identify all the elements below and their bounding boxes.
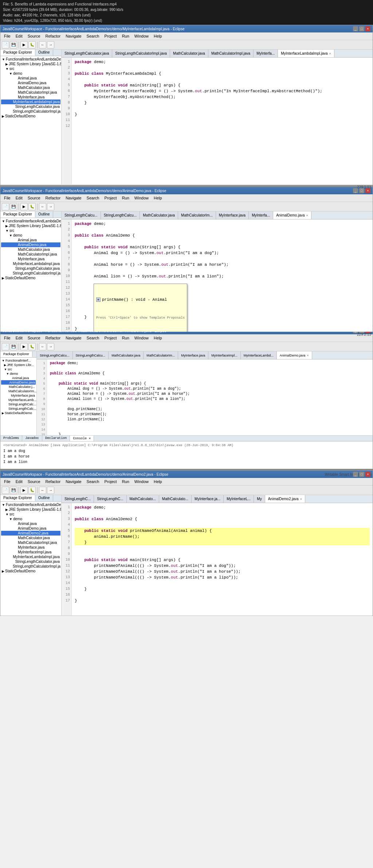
editor-tab-mil-4[interactable]: MyInterfaceL...: [224, 495, 254, 503]
tab-package-explorer-1[interactable]: Package Explorer: [0, 50, 35, 56]
menu-run-2[interactable]: Run: [120, 195, 131, 201]
editor-tab-mathcalc-1[interactable]: MathCalculator.java: [170, 50, 208, 57]
tree-item-demo-4[interactable]: ▼ demo: [1, 517, 60, 521]
code-editor-3[interactable]: 123456789101112131415161718192021 packag…: [37, 359, 373, 435]
minimize-btn-2[interactable]: _: [353, 188, 358, 193]
menu-navigate-4[interactable]: Navigate: [63, 479, 83, 484]
console-tab-javadoc[interactable]: Javadoc: [22, 436, 42, 441]
code-editor-2[interactable]: 12345678910111213141516171819 package de…: [62, 219, 373, 332]
tree-item-src-1[interactable]: ▼ src: [1, 66, 60, 71]
maximize-btn-2[interactable]: □: [359, 188, 364, 193]
close-btn-4[interactable]: ×: [365, 472, 370, 477]
editor-tab-mi-4[interactable]: MyInterface.ja...: [192, 495, 224, 503]
code-content-2[interactable]: package demo; public class AnimalDemo { …: [72, 219, 373, 332]
minimize-btn-4[interactable]: _: [353, 472, 358, 477]
tree-item-demo-1[interactable]: ▼ demo: [1, 71, 60, 76]
tree-item-demo-2[interactable]: ▼ demo: [1, 233, 60, 238]
toolbar-run-2[interactable]: ▶: [20, 203, 28, 210]
menu-help-4[interactable]: Help: [152, 479, 164, 484]
menu-source-1[interactable]: Source: [25, 33, 43, 39]
tree-item-mathcalcimpl-2[interactable]: MathCalculatorImpl.java: [1, 252, 60, 257]
menu-edit-1[interactable]: Edit: [13, 33, 25, 39]
tree-item-mathcalc-1[interactable]: MathCalculator.java: [1, 85, 60, 90]
tree-item-src-4[interactable]: ▼ src: [1, 512, 60, 517]
menu-refactor-3[interactable]: Refactor: [43, 335, 63, 341]
toolbar-new-2[interactable]: 📄: [2, 203, 9, 210]
tree-item-myinterfacelambda-4[interactable]: MyInterfaceLambdaImpl.java: [1, 554, 60, 559]
toolbar-fwd-1[interactable]: →: [47, 41, 54, 48]
editor-tab-ad2-4[interactable]: AnimalDemo2.java ×: [265, 495, 305, 503]
toolbar-back-3[interactable]: ←: [39, 343, 46, 350]
toolbar-fwd-2[interactable]: →: [47, 203, 54, 210]
tree-item-animal-2[interactable]: Animal.java: [1, 238, 60, 242]
tree-item-myinterface-3[interactable]: MyInterface.java: [1, 393, 36, 398]
tree-item-animaldemo-1[interactable]: AnimalDemo.java: [1, 81, 60, 85]
menu-source-4[interactable]: Source: [25, 479, 43, 484]
console-tab-console[interactable]: Console ✕: [70, 436, 94, 441]
tree-item-animal-3[interactable]: Animal.java: [1, 376, 36, 380]
code-content-4[interactable]: package demo; public class AnimalDemo2 {…: [72, 503, 373, 615]
menu-search-3[interactable]: Search: [85, 335, 102, 341]
toolbar-save-3[interactable]: 💾: [10, 343, 17, 350]
tree-item-myinterfacelambda-2[interactable]: MyInterfaceLambdaImpl.java: [1, 261, 60, 266]
editor-tab-mc-4[interactable]: MathCalculato...: [127, 495, 159, 503]
tree-item-mathcalc-3[interactable]: MathCalculator.j...: [1, 385, 36, 389]
menu-run-3[interactable]: Run: [120, 335, 131, 341]
tree-item-myinterfacelambda-3[interactable]: MyInterfaceLamb...: [1, 398, 36, 402]
tree-item-myinterfaceimpl-4[interactable]: MyInterfaceImpl.java: [1, 550, 60, 554]
menu-project-2[interactable]: Project: [102, 195, 119, 201]
tab-outline-2[interactable]: Outline: [35, 211, 53, 218]
tree-item-project-2[interactable]: ▼ FunctionalInterfaceAndLambdaDemo: [1, 219, 60, 223]
menu-file-1[interactable]: File: [2, 33, 13, 39]
menu-project-1[interactable]: Project: [102, 33, 119, 39]
tree-item-stringcalcimpl-1[interactable]: StringLengthCalculatorImpl.ja: [1, 109, 60, 114]
tab-package-explorer-3[interactable]: Package Explorer: [0, 351, 32, 357]
minimize-btn-1[interactable]: _: [353, 26, 358, 31]
menu-search-4[interactable]: Search: [85, 479, 102, 484]
editor-tab-mci-4[interactable]: MathCalculato...: [159, 495, 192, 503]
tree-item-jre-4[interactable]: ▶ JRE System Library [JavaSE-1.8]: [1, 507, 60, 512]
tree-item-staticdefault-1[interactable]: ▶ StaticDefaultDemo: [1, 114, 60, 118]
toolbar-back-1[interactable]: ←: [39, 41, 46, 48]
toolbar-fwd-3[interactable]: →: [47, 343, 54, 350]
tree-item-src-2[interactable]: ▼ src: [1, 228, 60, 233]
toolbar-debug-1[interactable]: 🐛: [28, 41, 36, 48]
menu-refactor-4[interactable]: Refactor: [43, 479, 63, 484]
editor-tab-mil-3[interactable]: MyInterfaceImpl...: [208, 351, 241, 359]
editor-tab-mathcalcimpl-2[interactable]: MathCalculatorIm...: [178, 211, 216, 219]
tree-item-jre-1[interactable]: ▶ JRE System Library [JavaSE-1.8]: [1, 62, 60, 66]
menu-navigate-1[interactable]: Navigate: [63, 33, 83, 39]
tree-item-mathcalcimpl-3[interactable]: MathCalculatorIm...: [1, 389, 36, 393]
editor-tab-mi-3[interactable]: MyInterface.java: [178, 351, 208, 359]
tree-item-staticdefault-3[interactable]: ▶ StaticDefaultDemo: [1, 411, 36, 415]
toolbar-save-4[interactable]: 💾: [10, 487, 17, 494]
tree-item-stringcalc-1[interactable]: StringLengthCalculator.java: [1, 104, 60, 109]
editor-tab-mathcalc-2[interactable]: MathCalculator.java: [140, 211, 178, 219]
menu-run-4[interactable]: Run: [120, 479, 131, 484]
tree-item-staticdefault-2[interactable]: ▶ StaticDefaultDemo: [1, 276, 60, 280]
menu-search-1[interactable]: Search: [85, 33, 102, 39]
menu-window-2[interactable]: Window: [132, 195, 151, 201]
tree-item-stringcalc-2[interactable]: StringLengthCalculator.java: [1, 266, 60, 271]
menu-help-3[interactable]: Help: [152, 335, 164, 341]
console-tab-problems[interactable]: Problems: [0, 436, 22, 441]
toolbar-debug-3[interactable]: 🐛: [28, 343, 36, 350]
toolbar-debug-2[interactable]: 🐛: [28, 203, 36, 210]
tree-item-myinterface-2[interactable]: MyInterface.java: [1, 257, 60, 261]
tree-item-stringcalc-3[interactable]: StringLengthCalc...: [1, 402, 36, 406]
console-tab-declaration[interactable]: Declaration: [42, 436, 70, 441]
tree-item-mathcalc-2[interactable]: MathCalculator.java: [1, 247, 60, 252]
menu-window-4[interactable]: Window: [132, 479, 151, 484]
tree-item-animaldemo-4[interactable]: AnimalDemo.java: [1, 526, 60, 531]
menu-project-4[interactable]: Project: [102, 479, 119, 484]
menu-help-2[interactable]: Help: [152, 195, 164, 201]
toolbar-save-1[interactable]: 💾: [10, 41, 17, 48]
menu-navigate-2[interactable]: Navigate: [63, 195, 83, 201]
menu-refactor-1[interactable]: Refactor: [43, 33, 63, 39]
code-content-3[interactable]: package demo; public class AnimalDemo { …: [47, 359, 373, 435]
editor-tab-stringlength-2[interactable]: StringLengthCalcu...: [62, 211, 101, 219]
toolbar-run-1[interactable]: ▶: [20, 41, 28, 48]
editor-tab-sc2-4[interactable]: StringLengthC...: [94, 495, 126, 503]
autocomplete-item[interactable]: m printName() : void - Animal: [96, 297, 185, 303]
editor-tab-sc1-3[interactable]: StringLengthCalcu...: [37, 351, 73, 359]
